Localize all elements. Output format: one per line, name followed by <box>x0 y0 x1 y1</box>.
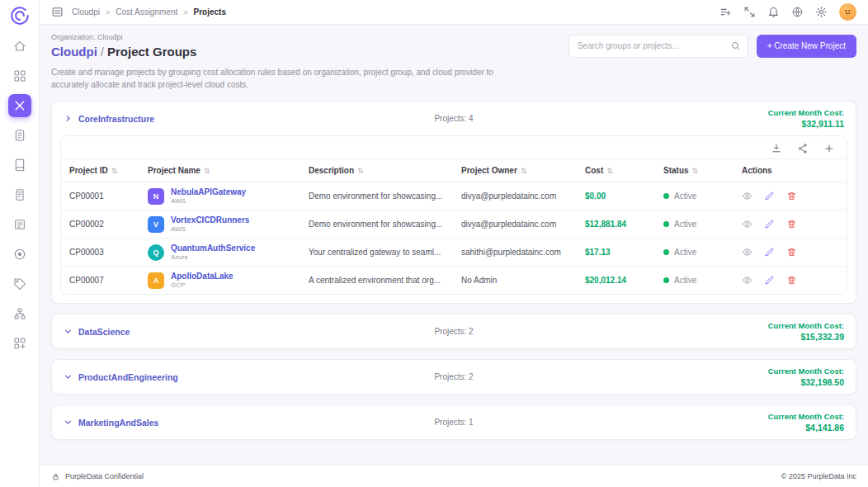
add-project-button[interactable] <box>823 143 835 154</box>
brand-link[interactable]: Cloudpi <box>51 45 97 59</box>
project-name-link[interactable]: VortexCICDRunners <box>171 215 249 225</box>
group-name: DataScience <box>78 327 130 337</box>
delete-button[interactable] <box>786 191 797 201</box>
copyright-label: © 2025 PurpleData Inc <box>781 472 856 480</box>
project-id: CP00002 <box>61 210 139 239</box>
sidebar-item-records[interactable] <box>8 243 31 266</box>
settings-button[interactable] <box>815 6 828 18</box>
group-name: ProductAndEngineering <box>78 372 178 382</box>
sidebar-item-reports[interactable] <box>8 124 31 147</box>
edit-button[interactable] <box>764 191 775 201</box>
pencil-icon <box>764 275 775 286</box>
group-cost-label: Current Month Cost: <box>768 321 844 330</box>
project-name-link[interactable]: QuantumAuthService <box>171 244 255 253</box>
project-owner: sahithi@purpledatainc.com <box>453 239 577 267</box>
column-header-cost[interactable]: Cost <box>577 159 655 182</box>
book-icon <box>13 158 26 172</box>
project-owner: divya@purpledatainc.com <box>453 182 577 210</box>
sort-icon <box>200 166 210 175</box>
edit-button[interactable] <box>764 275 775 286</box>
fullscreen-button[interactable] <box>743 6 756 18</box>
project-group-card: ProductAndEngineering Projects: 2 Curren… <box>51 359 856 395</box>
project-description: A centralized environment that org... <box>300 267 453 295</box>
cloudpi-logo <box>7 3 32 28</box>
share-button[interactable] <box>797 143 809 154</box>
project-group-row[interactable]: CoreInfrastructure Projects: 4 Current M… <box>52 102 856 135</box>
topbar-actions <box>719 3 856 21</box>
sidebar-item-hierarchy[interactable] <box>8 302 31 325</box>
edit-button[interactable] <box>764 247 775 258</box>
page-description: Create and manage projects by grouping c… <box>51 66 501 91</box>
sidebar-item-docs[interactable] <box>8 154 31 177</box>
sort-icon <box>689 166 699 175</box>
breadcrumb-item-cost-assignment[interactable]: Cost Assignment <box>116 7 177 17</box>
download-icon <box>771 143 782 154</box>
eye-icon <box>742 191 752 201</box>
pencil-icon <box>764 191 775 201</box>
edit-button[interactable] <box>764 219 775 229</box>
search-input[interactable] <box>568 35 748 58</box>
view-button[interactable] <box>742 219 752 229</box>
project-logo: N <box>148 188 164 205</box>
column-header-project-owner[interactable]: Project Owner <box>453 159 577 182</box>
search <box>568 35 748 58</box>
gear-icon <box>815 6 828 18</box>
project-id: CP00003 <box>61 239 139 267</box>
sidebar-item-dashboard[interactable] <box>8 64 31 87</box>
sort-icon <box>108 166 118 175</box>
dashboard-icon <box>13 69 26 83</box>
sidebar-item-invoices[interactable] <box>8 183 31 206</box>
project-cost: $12,881.84 <box>577 210 655 239</box>
group-cost-value: $4,141.86 <box>768 423 844 433</box>
sidebar-item-home[interactable] <box>8 35 31 58</box>
project-group-row[interactable]: MarketingAndSales Projects: 1 Current Mo… <box>52 405 856 439</box>
projects-table: Project ID Project Name Description Proj… <box>61 158 847 294</box>
project-logo: Q <box>148 244 164 261</box>
download-button[interactable] <box>771 143 782 154</box>
sidebar-item-apps[interactable] <box>8 332 31 355</box>
sidebar-toggle-button[interactable] <box>51 6 64 18</box>
main-content: Organization: Cloudpi Cloudpi/Project Gr… <box>40 25 868 465</box>
column-header-project-name[interactable]: Project Name <box>139 159 300 182</box>
project-description: Your centralized gateway to seaml... <box>300 239 453 267</box>
column-header-status[interactable]: Status <box>655 159 734 182</box>
trash-icon <box>786 275 797 286</box>
user-avatar[interactable] <box>839 3 856 21</box>
status-dot <box>663 249 669 255</box>
hierarchy-icon <box>13 307 26 320</box>
search-icon <box>730 40 741 51</box>
project-group-row[interactable]: DataScience Projects: 2 Current Month Co… <box>52 314 856 348</box>
crossed-tools-icon <box>13 99 26 112</box>
quick-add-button[interactable] <box>719 6 732 18</box>
topbar: Cloudpi > Cost Assignment > Projects <box>40 0 868 25</box>
language-button[interactable] <box>791 6 804 18</box>
sidebar-item-cost-assignment[interactable] <box>8 94 31 117</box>
notifications-button[interactable] <box>767 6 780 18</box>
trash-icon <box>786 191 797 201</box>
view-button[interactable] <box>742 275 752 286</box>
project-group-card: CoreInfrastructure Projects: 4 Current M… <box>51 101 856 304</box>
delete-button[interactable] <box>786 247 797 258</box>
project-name-link[interactable]: NebulaAPIGateway <box>171 187 246 196</box>
group-cost: Current Month Cost: $32,198.50 <box>768 366 844 387</box>
sort-icon <box>354 166 364 175</box>
delete-button[interactable] <box>786 275 797 286</box>
group-cost-label: Current Month Cost: <box>768 412 844 421</box>
project-description: Demo environment for showcasing... <box>300 210 453 239</box>
column-header-project-id[interactable]: Project ID <box>61 159 139 182</box>
project-group-card: MarketingAndSales Projects: 1 Current Mo… <box>51 404 856 440</box>
project-group-row[interactable]: ProductAndEngineering Projects: 2 Curren… <box>52 360 856 394</box>
create-new-project-button[interactable]: + Create New Project <box>757 35 856 58</box>
home-icon <box>13 40 26 53</box>
sort-icon <box>603 166 613 175</box>
view-button[interactable] <box>742 247 752 258</box>
view-button[interactable] <box>742 191 752 201</box>
project-name-link[interactable]: ApolloDataLake <box>171 272 234 281</box>
project-group-card: DataScience Projects: 2 Current Month Co… <box>51 314 856 349</box>
sidebar-item-tags[interactable] <box>8 272 31 296</box>
column-header-description[interactable]: Description <box>300 159 453 182</box>
sidebar-item-notes[interactable] <box>8 213 31 236</box>
breadcrumb-item-cloudpi[interactable]: Cloudpi <box>72 7 100 17</box>
delete-button[interactable] <box>786 219 797 229</box>
status-label: Active <box>674 276 696 285</box>
